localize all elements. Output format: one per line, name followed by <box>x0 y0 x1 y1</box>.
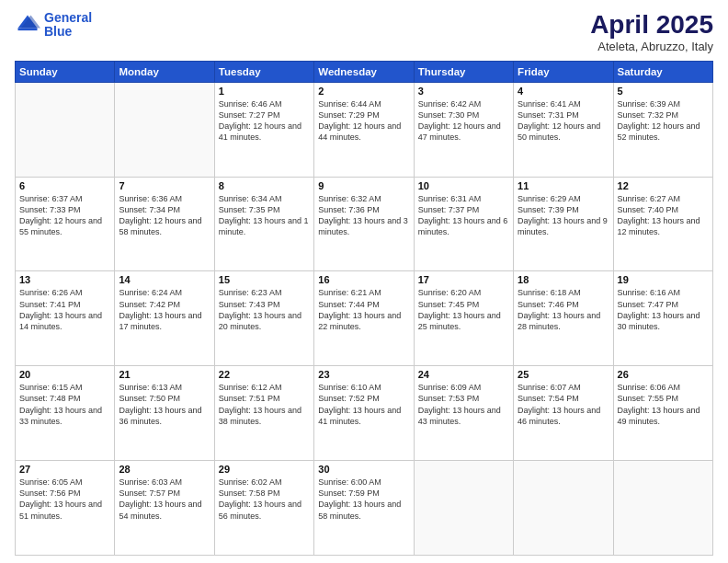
title-block: April 2025 Ateleta, Abruzzo, Italy <box>590 11 713 53</box>
day-number: 25 <box>518 369 609 380</box>
logo-line1: General <box>44 10 92 25</box>
day-number: 28 <box>119 464 210 475</box>
cell-info: Sunrise: 6:02 AMSunset: 7:58 PMDaylight:… <box>219 477 310 522</box>
calendar-cell: 12Sunrise: 6:27 AMSunset: 7:40 PMDayligh… <box>613 177 712 271</box>
day-header-thursday: Thursday <box>414 61 513 82</box>
calendar-week-3: 13Sunrise: 6:26 AMSunset: 7:41 PMDayligh… <box>16 271 713 366</box>
day-number: 21 <box>119 369 210 380</box>
cell-info: Sunrise: 6:05 AMSunset: 7:56 PMDaylight:… <box>19 477 110 522</box>
day-header-monday: Monday <box>115 61 214 82</box>
cell-info: Sunrise: 6:41 AMSunset: 7:31 PMDaylight:… <box>518 98 609 144</box>
cell-info: Sunrise: 6:16 AMSunset: 7:47 PMDaylight:… <box>618 287 709 332</box>
day-number: 29 <box>219 464 310 475</box>
logo-text: General Blue <box>44 11 92 40</box>
cell-info: Sunrise: 6:29 AMSunset: 7:39 PMDaylight:… <box>518 193 609 238</box>
day-number: 6 <box>19 180 110 191</box>
logo-icon <box>15 12 40 38</box>
day-number: 16 <box>318 274 409 285</box>
calendar-cell: 28Sunrise: 6:03 AMSunset: 7:57 PMDayligh… <box>115 461 214 556</box>
calendar-cell: 4Sunrise: 6:41 AMSunset: 7:31 PMDaylight… <box>514 82 613 177</box>
day-header-tuesday: Tuesday <box>214 61 313 82</box>
cell-info: Sunrise: 6:00 AMSunset: 7:59 PMDaylight:… <box>318 477 409 522</box>
calendar-cell: 14Sunrise: 6:24 AMSunset: 7:42 PMDayligh… <box>115 271 214 366</box>
calendar-cell <box>514 461 613 556</box>
logo: General Blue <box>15 11 92 40</box>
calendar-cell: 17Sunrise: 6:20 AMSunset: 7:45 PMDayligh… <box>414 271 513 366</box>
calendar-cell: 1Sunrise: 6:46 AMSunset: 7:27 PMDaylight… <box>214 82 313 177</box>
calendar-cell: 22Sunrise: 6:12 AMSunset: 7:51 PMDayligh… <box>214 366 313 461</box>
logo-line2: Blue <box>44 24 72 39</box>
cell-info: Sunrise: 6:13 AMSunset: 7:50 PMDaylight:… <box>119 382 210 427</box>
calendar-cell: 29Sunrise: 6:02 AMSunset: 7:58 PMDayligh… <box>214 461 313 556</box>
cell-info: Sunrise: 6:21 AMSunset: 7:44 PMDaylight:… <box>318 287 409 332</box>
calendar-cell: 23Sunrise: 6:10 AMSunset: 7:52 PMDayligh… <box>314 366 414 461</box>
cell-info: Sunrise: 6:07 AMSunset: 7:54 PMDaylight:… <box>518 382 609 427</box>
calendar-cell <box>613 461 712 556</box>
cell-info: Sunrise: 6:09 AMSunset: 7:53 PMDaylight:… <box>418 382 509 427</box>
calendar-cell: 7Sunrise: 6:36 AMSunset: 7:34 PMDaylight… <box>115 177 214 271</box>
day-header-sunday: Sunday <box>16 61 115 82</box>
calendar-cell: 10Sunrise: 6:31 AMSunset: 7:37 PMDayligh… <box>414 177 513 271</box>
calendar-cell <box>115 82 214 177</box>
calendar-cell: 21Sunrise: 6:13 AMSunset: 7:50 PMDayligh… <box>115 366 214 461</box>
cell-info: Sunrise: 6:46 AMSunset: 7:27 PMDaylight:… <box>219 98 310 144</box>
calendar-cell: 3Sunrise: 6:42 AMSunset: 7:30 PMDaylight… <box>414 82 513 177</box>
day-number: 15 <box>219 274 310 285</box>
calendar-cell: 20Sunrise: 6:15 AMSunset: 7:48 PMDayligh… <box>16 366 115 461</box>
calendar-week-4: 20Sunrise: 6:15 AMSunset: 7:48 PMDayligh… <box>16 366 713 461</box>
calendar-cell: 24Sunrise: 6:09 AMSunset: 7:53 PMDayligh… <box>414 366 513 461</box>
svg-rect-2 <box>18 29 38 31</box>
day-header-saturday: Saturday <box>613 61 712 82</box>
day-number: 14 <box>119 274 210 285</box>
cell-info: Sunrise: 6:42 AMSunset: 7:30 PMDaylight:… <box>418 98 509 144</box>
cell-info: Sunrise: 6:44 AMSunset: 7:29 PMDaylight:… <box>318 98 409 144</box>
cell-info: Sunrise: 6:37 AMSunset: 7:33 PMDaylight:… <box>19 193 110 238</box>
calendar-cell: 8Sunrise: 6:34 AMSunset: 7:35 PMDaylight… <box>214 177 313 271</box>
day-number: 3 <box>418 86 509 97</box>
day-number: 24 <box>418 369 509 380</box>
cell-info: Sunrise: 6:18 AMSunset: 7:46 PMDaylight:… <box>518 287 609 332</box>
cell-info: Sunrise: 6:32 AMSunset: 7:36 PMDaylight:… <box>318 193 409 238</box>
cell-info: Sunrise: 6:06 AMSunset: 7:55 PMDaylight:… <box>618 382 709 427</box>
day-number: 7 <box>119 180 210 191</box>
calendar-cell: 19Sunrise: 6:16 AMSunset: 7:47 PMDayligh… <box>613 271 712 366</box>
day-number: 10 <box>418 180 509 191</box>
calendar-cell: 26Sunrise: 6:06 AMSunset: 7:55 PMDayligh… <box>613 366 712 461</box>
calendar-cell <box>16 82 115 177</box>
calendar-cell: 6Sunrise: 6:37 AMSunset: 7:33 PMDaylight… <box>16 177 115 271</box>
day-header-friday: Friday <box>514 61 613 82</box>
day-number: 9 <box>318 180 409 191</box>
header: General Blue April 2025 Ateleta, Abruzzo… <box>15 11 713 53</box>
calendar-cell: 9Sunrise: 6:32 AMSunset: 7:36 PMDaylight… <box>314 177 414 271</box>
calendar-cell: 2Sunrise: 6:44 AMSunset: 7:29 PMDaylight… <box>314 82 414 177</box>
day-number: 11 <box>518 180 609 191</box>
calendar-cell: 27Sunrise: 6:05 AMSunset: 7:56 PMDayligh… <box>16 461 115 556</box>
day-header-wednesday: Wednesday <box>314 61 414 82</box>
calendar-cell: 11Sunrise: 6:29 AMSunset: 7:39 PMDayligh… <box>514 177 613 271</box>
calendar-week-1: 1Sunrise: 6:46 AMSunset: 7:27 PMDaylight… <box>16 82 713 177</box>
cell-info: Sunrise: 6:10 AMSunset: 7:52 PMDaylight:… <box>318 382 409 427</box>
calendar-cell: 30Sunrise: 6:00 AMSunset: 7:59 PMDayligh… <box>314 461 414 556</box>
calendar-week-2: 6Sunrise: 6:37 AMSunset: 7:33 PMDaylight… <box>16 177 713 271</box>
day-number: 1 <box>219 86 310 97</box>
calendar-cell: 25Sunrise: 6:07 AMSunset: 7:54 PMDayligh… <box>514 366 613 461</box>
cell-info: Sunrise: 6:12 AMSunset: 7:51 PMDaylight:… <box>219 382 310 427</box>
location-subtitle: Ateleta, Abruzzo, Italy <box>590 40 713 53</box>
day-number: 26 <box>618 369 709 380</box>
cell-info: Sunrise: 6:26 AMSunset: 7:41 PMDaylight:… <box>19 287 110 332</box>
cell-info: Sunrise: 6:24 AMSunset: 7:42 PMDaylight:… <box>119 287 210 332</box>
cell-info: Sunrise: 6:15 AMSunset: 7:48 PMDaylight:… <box>19 382 110 427</box>
day-number: 17 <box>418 274 509 285</box>
cell-info: Sunrise: 6:20 AMSunset: 7:45 PMDaylight:… <box>418 287 509 332</box>
calendar-cell: 5Sunrise: 6:39 AMSunset: 7:32 PMDaylight… <box>613 82 712 177</box>
day-number: 5 <box>618 86 709 97</box>
calendar-cell: 15Sunrise: 6:23 AMSunset: 7:43 PMDayligh… <box>214 271 313 366</box>
cell-info: Sunrise: 6:27 AMSunset: 7:40 PMDaylight:… <box>618 193 709 238</box>
calendar-cell <box>414 461 513 556</box>
day-number: 19 <box>618 274 709 285</box>
day-number: 13 <box>19 274 110 285</box>
day-number: 30 <box>318 464 409 475</box>
month-title: April 2025 <box>590 11 713 40</box>
day-number: 4 <box>518 86 609 97</box>
day-number: 12 <box>618 180 709 191</box>
